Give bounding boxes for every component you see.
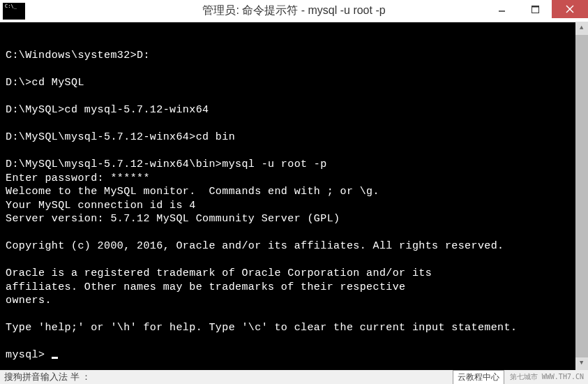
maximize-icon <box>532 6 539 13</box>
terminal-line: affiliates. Other names may be trademark… <box>6 281 582 295</box>
terminal-prompt-line: mysql> <box>6 348 582 362</box>
watermark-label: 云教程中心 <box>453 370 504 385</box>
terminal-line: Copyright (c) 2000, 2016, Oracle and/or … <box>6 239 582 253</box>
cursor <box>52 357 58 359</box>
terminal-line: D:\MySQL>cd mysql-5.7.12-winx64 <box>6 103 582 117</box>
window-titlebar: C:\_ 管理员: 命令提示符 - mysql -u root -p <box>0 0 588 22</box>
vertical-scrollbar[interactable]: ▲ ▼ <box>575 22 588 370</box>
terminal-line: Server version: 5.7.12 MySQL Community S… <box>6 212 582 226</box>
scrollbar-up-arrow[interactable]: ▲ <box>575 22 588 35</box>
terminal-output: C:\Windows\system32>D: D:\>cd MySQL D:\M… <box>6 49 582 348</box>
terminal-line: D:\MySQL\mysql-5.7.12-winx64>cd bin <box>6 131 582 145</box>
terminal-line: Type 'help;' or '\h' for help. Type '\c'… <box>6 321 582 335</box>
terminal-line: D:\>cd MySQL <box>6 76 582 90</box>
scrollbar-thumb[interactable] <box>575 35 588 357</box>
close-button[interactable] <box>552 0 588 18</box>
scrollbar-down-arrow[interactable]: ▼ <box>575 357 588 370</box>
window-title: 管理员: 命令提示符 - mysql -u root -p <box>202 3 385 18</box>
watermark-small: 第七城市 WWW.TH7.CN <box>510 372 584 382</box>
app-icon-text: C:\_ <box>5 4 17 9</box>
terminal-line: Oracle is a registered trademark of Orac… <box>6 267 582 281</box>
status-bar: 搜狗拼音输入法 半 ： 云教程中心 第七城市 WWW.TH7.CN <box>0 370 588 384</box>
terminal-line <box>6 145 582 158</box>
mysql-prompt: mysql> <box>6 349 52 361</box>
terminal-line: Enter password: ****** <box>6 172 582 186</box>
watermark-area: 云教程中心 第七城市 WWW.TH7.CN <box>453 370 584 385</box>
terminal-line <box>6 117 582 131</box>
terminal-line <box>6 253 582 267</box>
terminal-line <box>6 90 582 104</box>
terminal-line <box>6 226 582 240</box>
minimize-icon <box>498 6 506 13</box>
minimize-button[interactable] <box>485 0 518 18</box>
terminal-line <box>6 335 582 349</box>
ime-status: 搜狗拼音输入法 半 ： <box>4 371 91 383</box>
terminal-line: C:\Windows\system32>D: <box>6 49 582 63</box>
terminal-line: owners. <box>6 294 582 308</box>
app-icon: C:\_ <box>3 3 25 20</box>
terminal-line: Welcome to the MySQL monitor. Commands e… <box>6 185 582 199</box>
terminal-line <box>6 308 582 322</box>
close-icon <box>566 5 574 13</box>
window-controls <box>485 0 588 18</box>
terminal-line <box>6 63 582 77</box>
maximize-button[interactable] <box>518 0 552 18</box>
terminal-line: Your MySQL connection id is 4 <box>6 199 582 213</box>
terminal-line: D:\MySQL\mysql-5.7.12-winx64\bin>mysql -… <box>6 158 582 172</box>
terminal-area[interactable]: C:\Windows\system32>D: D:\>cd MySQL D:\M… <box>0 22 588 370</box>
